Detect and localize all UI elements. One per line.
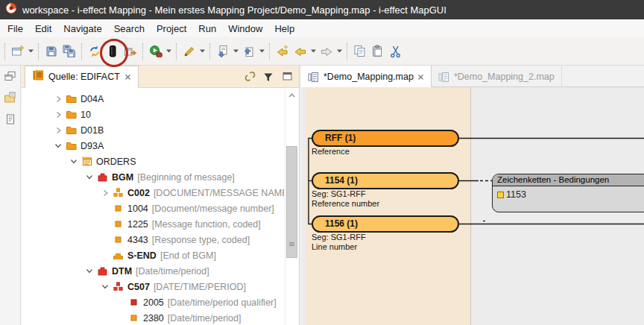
chevron-down-icon — [28, 49, 34, 53]
minimize-maximize-icon[interactable] — [280, 70, 294, 83]
doc-up-button[interactable] — [240, 42, 258, 61]
new-wizard-dropdown[interactable] — [27, 42, 35, 61]
tree-item-4343[interactable]: 4343[Response type, coded] — [22, 232, 284, 247]
run-button[interactable] — [147, 42, 165, 61]
paste-button[interactable] — [369, 42, 387, 61]
tab-quelle-label: Quelle: EDIFACT — [48, 72, 120, 82]
link-with-editor-icon[interactable] — [243, 70, 256, 83]
tree-expander[interactable] — [51, 110, 65, 119]
export-window-button[interactable] — [121, 42, 139, 61]
run-dropdown[interactable] — [165, 42, 173, 61]
tree-item-s-end[interactable]: S-END[End of BGM] — [22, 247, 284, 263]
node-subtitle: Reference number — [312, 199, 459, 209]
tree-item-10[interactable]: 10 — [22, 107, 284, 122]
tree-item-d93a[interactable]: D93A — [22, 138, 284, 154]
save-all-button[interactable] — [60, 42, 78, 61]
menu-run[interactable]: Run — [192, 21, 222, 37]
tree-item-2005[interactable]: 2005[Date/time/period qualifier] — [22, 294, 284, 310]
close-icon[interactable] — [417, 70, 424, 83]
pen-button[interactable] — [180, 42, 198, 61]
cut-button[interactable] — [387, 42, 405, 61]
convert-button[interactable] — [86, 42, 104, 61]
editor-tab-label: *Demo_Mapping.map — [323, 72, 414, 82]
tree-expander[interactable] — [67, 157, 80, 166]
close-icon[interactable] — [124, 70, 131, 83]
title-bar: workspace - i-effect Mapping - Mein erst… — [0, 0, 644, 19]
forward-button[interactable] — [318, 42, 335, 61]
chevron-down-icon — [233, 49, 239, 53]
back-icon — [294, 45, 307, 58]
last-edit-location-button[interactable] — [274, 42, 291, 61]
tree-scrollbar[interactable] — [285, 89, 298, 325]
new-wizard-button[interactable] — [9, 42, 27, 61]
tree-expander[interactable] — [51, 95, 65, 104]
source-folder-icon[interactable] — [4, 92, 16, 107]
convert-icon — [88, 45, 101, 58]
chevron-right-icon — [55, 127, 62, 134]
node-pill[interactable]: 1154 (1) — [312, 172, 459, 189]
node-pill[interactable]: RFF (1) — [312, 130, 459, 147]
tree-item-d01b[interactable]: D01B — [22, 122, 284, 138]
folder-icon — [65, 124, 78, 136]
tree-item-label: BGM — [112, 172, 133, 183]
tree-item-c002[interactable]: C002[DOCUMENT/MESSAGE NAME] — [22, 185, 284, 201]
menu-window[interactable]: Window — [222, 21, 268, 37]
doc-up-dropdown[interactable] — [258, 42, 266, 61]
copy-button[interactable] — [351, 42, 369, 61]
menu-navigate[interactable]: Navigate — [57, 21, 107, 37]
condition-item[interactable]: 1153 — [493, 186, 644, 200]
server-button[interactable] — [104, 42, 121, 61]
tree-expander[interactable] — [83, 173, 96, 182]
tree-item-c507[interactable]: C507[DATE/TIME/PERIOD] — [22, 279, 284, 294]
scrollbar-thumb[interactable] — [286, 146, 297, 258]
tree-expander — [114, 314, 127, 323]
tree-expander — [98, 236, 112, 244]
save-button[interactable] — [42, 42, 60, 61]
menu-project[interactable]: Project — [151, 21, 192, 37]
back-button[interactable] — [291, 42, 309, 61]
tree-item-label: D93A — [80, 141, 104, 151]
filter-icon[interactable] — [262, 70, 275, 83]
edifact-tree: D04A10D01BD93AORDERSBGM[Beginning of mes… — [22, 91, 284, 325]
tree-item-1225[interactable]: 1225[Message function, coded] — [22, 216, 284, 232]
tree-expander[interactable] — [83, 267, 96, 276]
tree-expander — [98, 220, 112, 229]
node-subtitle: Line number — [312, 242, 459, 252]
tree-item-1004[interactable]: 1004[Document/message number] — [22, 201, 284, 216]
tree-item-detail: [Date/time/period qualifier] — [168, 297, 277, 308]
menu-file[interactable]: File — [1, 21, 29, 37]
tab--demo-mapping-2-map[interactable]: *Demo_Mapping_2.map — [432, 66, 562, 87]
menu-edit[interactable]: Edit — [29, 21, 57, 37]
chevron-down-icon — [101, 283, 109, 290]
forward-dropdown[interactable] — [335, 42, 344, 61]
tab-quelle-edifact[interactable]: Quelle: EDIFACT — [25, 66, 139, 88]
tree-expander[interactable] — [98, 283, 112, 291]
tree-item-orders[interactable]: ORDERS — [22, 154, 284, 169]
doc-down-button[interactable] — [214, 42, 232, 61]
pen-dropdown[interactable] — [198, 42, 206, 61]
restore-view-icon[interactable] — [4, 71, 16, 85]
tree-expander[interactable] — [51, 142, 65, 151]
tree-expander[interactable] — [98, 189, 112, 198]
tree-item-label: 2005 — [143, 297, 164, 308]
scrollbar-up-icon[interactable] — [286, 89, 297, 101]
menu-help[interactable]: Help — [268, 21, 300, 37]
tree-expander[interactable] — [51, 126, 65, 135]
doc-down-dropdown[interactable] — [232, 42, 240, 61]
toolbar-separator — [4, 43, 6, 60]
tree-item-d04a[interactable]: D04A — [22, 91, 284, 107]
document-view-icon[interactable] — [4, 113, 16, 128]
tab--demo-mapping-map[interactable]: *Demo_Mapping.map — [301, 66, 432, 87]
node-pill[interactable]: 1156 (1) — [312, 215, 459, 233]
edifact-document-icon — [32, 69, 44, 84]
condition-box[interactable]: Zeichenketten - Bedingungen 1153 — [492, 174, 644, 212]
chevron-right-icon — [102, 189, 109, 197]
back-dropdown[interactable] — [309, 42, 318, 61]
folder-icon — [65, 109, 78, 120]
menu-search[interactable]: Search — [108, 21, 151, 37]
element-orange-icon — [112, 234, 124, 245]
tree-item-2380[interactable]: 2380[Date/time/period] — [22, 310, 284, 325]
tree-item-dtm[interactable]: DTM[Date/time/period] — [22, 263, 284, 279]
paste-icon — [371, 45, 385, 58]
tree-item-bgm[interactable]: BGM[Beginning of message] — [22, 169, 284, 185]
